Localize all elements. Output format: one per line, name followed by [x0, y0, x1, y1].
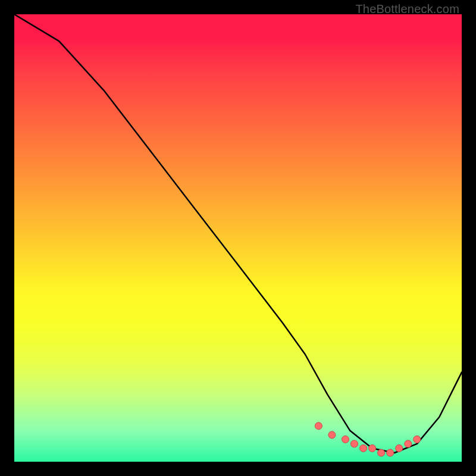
- chart-frame: [14, 14, 462, 462]
- plot-area: [14, 14, 462, 462]
- attribution-text: TheBottleneck.com: [355, 2, 459, 16]
- background-gradient: [14, 14, 462, 462]
